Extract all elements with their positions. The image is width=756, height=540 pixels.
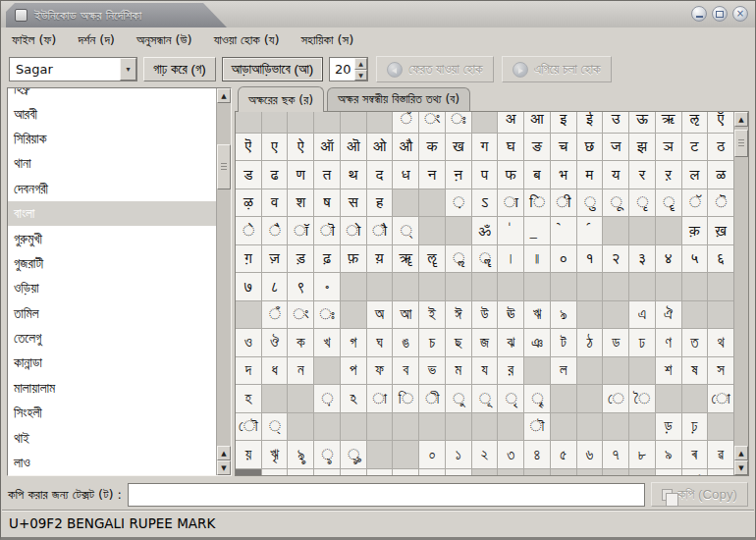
script-list-item[interactable]: কান্নাডা — [8, 351, 216, 375]
character-cell[interactable]: ऊ — [629, 112, 655, 133]
spin-up-icon[interactable]: ▲ — [354, 58, 367, 70]
script-list-item[interactable]: সিরিয়াক — [8, 127, 216, 151]
character-cell[interactable]: ु — [577, 189, 603, 217]
character-cell[interactable]: ह — [367, 189, 393, 217]
character-cell[interactable]: ব — [393, 357, 418, 385]
character-cell[interactable]: ূ — [472, 385, 498, 412]
character-cell[interactable]: ॥ — [524, 245, 550, 273]
character-cell[interactable]: ী — [419, 385, 445, 412]
character-cell[interactable]: ঘ — [367, 329, 393, 356]
maximize-button[interactable] — [712, 6, 728, 22]
scroll-up-icon[interactable]: ▲ — [734, 446, 748, 460]
character-cell[interactable]: ॣ — [472, 245, 498, 273]
character-cell[interactable]: त — [314, 161, 340, 189]
character-cell[interactable]: ग़ — [236, 245, 261, 273]
character-cell[interactable]: ধ — [262, 357, 288, 385]
script-list-item[interactable]: সিংহলী — [8, 401, 216, 425]
character-cell[interactable]: ভ — [419, 357, 445, 385]
character-cell[interactable]: ख — [446, 134, 471, 161]
character-cell[interactable] — [656, 469, 681, 476]
character-cell[interactable]: व — [262, 189, 288, 217]
character-cell[interactable]: ई — [577, 112, 603, 133]
character-cell[interactable]: ৰ — [682, 441, 708, 468]
character-cell[interactable]: ृ — [629, 189, 655, 217]
character-cell[interactable]: ৲ — [236, 469, 261, 476]
character-cell[interactable]: ় — [314, 385, 340, 412]
character-cell[interactable]: অ — [367, 301, 393, 329]
character-cell[interactable]: ল — [551, 357, 576, 385]
character-cell[interactable]: ढ — [262, 161, 288, 189]
character-cell[interactable]: फ़ — [341, 245, 366, 273]
character-cell[interactable]: ६ — [708, 245, 733, 273]
scroll-up-icon[interactable]: ▲ — [217, 88, 231, 103]
character-cell[interactable]: ৵ — [314, 469, 340, 476]
character-cell[interactable]: র — [498, 357, 523, 385]
character-cell[interactable]: प — [472, 161, 498, 189]
character-cell[interactable]: ছ — [446, 329, 471, 356]
character-cell[interactable]: ण — [288, 161, 313, 189]
scrollbar-trough[interactable] — [217, 103, 231, 446]
script-list-item[interactable]: বাংলা — [8, 201, 216, 226]
character-cell[interactable]: ত — [682, 329, 708, 356]
character-cell[interactable]: ন — [288, 357, 313, 385]
character-cell[interactable]: ৭ — [603, 441, 628, 468]
character-cell[interactable]: য — [472, 357, 498, 385]
character-cell[interactable]: ৣ — [341, 441, 366, 468]
character-cell[interactable]: इ — [551, 112, 576, 133]
script-list-item[interactable]: ওড়িয়া — [8, 276, 216, 300]
character-cell[interactable]: ध — [393, 161, 418, 189]
character-cell[interactable]: ौ — [367, 217, 393, 244]
chevron-down-icon[interactable]: ▾ — [120, 58, 136, 81]
character-cell[interactable]: ० — [551, 245, 576, 273]
character-cell[interactable]: ি — [393, 385, 418, 412]
script-list-item[interactable]: তামিল — [8, 301, 216, 326]
character-cell[interactable]: ঢ — [629, 329, 655, 356]
character-cell[interactable]: ৸ — [393, 469, 418, 476]
character-cell[interactable]: ऌ — [682, 112, 708, 133]
script-list-item[interactable]: থানা — [8, 151, 216, 176]
character-cell[interactable]: ৪ — [524, 441, 550, 468]
character-cell[interactable]: १ — [577, 245, 603, 273]
character-cell[interactable]: उ — [603, 112, 628, 133]
character-cell[interactable]: ু — [446, 385, 471, 412]
character-cell[interactable]: ऽ — [472, 189, 498, 217]
character-cell[interactable]: ष — [314, 189, 340, 217]
scroll-down-icon[interactable]: ▼ — [217, 460, 231, 475]
character-cell[interactable]: े — [236, 217, 261, 244]
character-cell[interactable]: ॐ — [472, 217, 498, 244]
character-cell[interactable]: क़ — [682, 217, 708, 244]
character-cell[interactable]: ০ — [419, 441, 445, 468]
character-cell[interactable]: ঁ — [393, 112, 418, 133]
character-cell[interactable]: । — [498, 245, 523, 273]
character-cell[interactable]: ॔ — [577, 217, 603, 244]
character-cell[interactable]: म — [577, 161, 603, 189]
character-cell[interactable]: ফ — [367, 357, 393, 385]
character-cell[interactable]: চ — [419, 329, 445, 356]
character-cell[interactable]: ळ — [708, 161, 733, 189]
character-cell[interactable]: হ — [236, 385, 261, 412]
character-cell[interactable]: ৌ — [236, 413, 261, 441]
character-cell[interactable]: ৴ — [288, 469, 313, 476]
character-cell[interactable]: উ — [472, 301, 498, 329]
character-cell[interactable]: ড — [603, 329, 628, 356]
character-cell[interactable]: ज — [603, 134, 628, 161]
character-cell[interactable]: ঙ — [393, 329, 418, 356]
character-cell[interactable]: च — [551, 134, 576, 161]
character-cell[interactable]: ै — [262, 217, 288, 244]
tab-character-details[interactable]: অক্ষর সম্বন্ধীয় বিস্তারিত তথ্য (ব) — [327, 87, 470, 111]
character-cell[interactable]: ा — [498, 189, 523, 217]
script-list-item[interactable]: মালায়ালাম — [8, 376, 216, 401]
character-cell[interactable]: ১ — [446, 441, 471, 468]
character-cell[interactable]: া — [367, 385, 393, 412]
menu-item[interactable]: সহায়িকা (স) — [294, 29, 360, 51]
character-cell[interactable]: ক — [288, 329, 313, 356]
character-cell[interactable]: ॓ — [551, 217, 576, 244]
character-cell[interactable]: ঊ — [498, 301, 523, 329]
character-cell[interactable]: ৄ — [524, 385, 550, 412]
character-cell[interactable]: ৫ — [551, 441, 576, 468]
character-cell[interactable]: দ — [236, 357, 261, 385]
character-cell[interactable]: ঽ — [341, 385, 366, 412]
character-cell[interactable]: ং — [288, 301, 313, 329]
character-cell[interactable]: स — [341, 189, 366, 217]
character-cell[interactable]: ी — [551, 189, 576, 217]
